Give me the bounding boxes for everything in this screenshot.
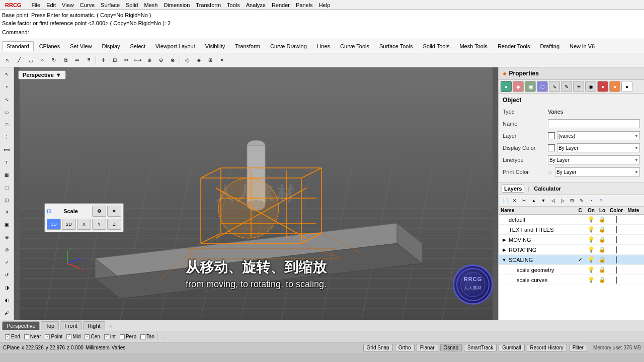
left-light[interactable]: ☀ — [1, 206, 13, 218]
layer-row-default[interactable]: default 💡 🔒 — [499, 215, 644, 225]
menu-help[interactable]: Help — [316, 1, 334, 9]
left-mesh[interactable]: ⋮ — [1, 131, 13, 143]
layer-color-text-titles[interactable] — [608, 227, 625, 233]
menu-view[interactable]: View — [59, 1, 77, 9]
tool-rotate[interactable]: ↻ — [48, 55, 59, 66]
layer-tool-edit[interactable]: ✎ — [577, 196, 586, 205]
left-history[interactable]: ↺ — [1, 269, 13, 281]
left-point[interactable]: • — [1, 81, 13, 93]
layer-row-text-titles[interactable]: TEXT and TITLES 💡 🔒 — [499, 225, 644, 235]
tab-lines[interactable]: Lines — [312, 41, 335, 51]
layer-tool-filter-right[interactable]: ▷ — [558, 196, 567, 205]
tab-transform[interactable]: Transform — [230, 41, 265, 51]
layer-tool-delete[interactable]: ✕ — [510, 196, 519, 205]
tool-move[interactable]: ✛ — [98, 55, 109, 66]
props-tab-camera[interactable]: ◉ — [585, 81, 596, 92]
layer-tool-up[interactable]: ▲ — [529, 196, 538, 205]
prop-name-input[interactable] — [548, 119, 640, 128]
osnap-end-checkbox[interactable]: ✓ — [5, 334, 10, 339]
layer-color-scale-geometry[interactable] — [608, 267, 625, 273]
props-tab-material[interactable]: ◆ — [513, 81, 524, 92]
osnap-btn[interactable]: Osnap — [440, 344, 462, 351]
osnap-mid-checkbox[interactable]: ✓ — [66, 334, 71, 339]
layer-tool-filter-left[interactable]: ◁ — [548, 196, 557, 205]
scale-settings-icon[interactable]: ⚙ — [92, 206, 106, 217]
planar-btn[interactable]: Planar — [417, 344, 438, 351]
viewport[interactable]: x y z Perspective ▼ ⊡ Scale ⚙ ✕ 3D 2D — [14, 67, 498, 320]
left-camera[interactable]: ▣ — [1, 219, 13, 231]
left-dim[interactable]: ⟺ — [1, 144, 13, 156]
osnap-cen-checkbox[interactable]: ✓ — [85, 334, 90, 339]
scale-z-icon[interactable]: Z — [107, 219, 121, 230]
tool-array[interactable]: ⠿ — [83, 55, 94, 66]
menu-solid[interactable]: Solid — [123, 1, 141, 9]
vp-tab-front[interactable]: Front — [60, 321, 82, 330]
layer-row-moving[interactable]: ▶ MOVING 💡 🔒 — [499, 235, 644, 245]
vp-tab-right[interactable]: Right — [83, 321, 105, 330]
vp-tab-top[interactable]: Top — [41, 321, 59, 330]
tab-mesh-tools[interactable]: Mesh Tools — [455, 41, 492, 51]
osnap-point-checkbox[interactable]: ✓ — [45, 334, 50, 339]
tab-drafting[interactable]: Drafting — [536, 41, 565, 51]
tool-boolean[interactable]: ⊗ — [167, 55, 178, 66]
tab-visibility[interactable]: Visibility — [201, 41, 230, 51]
menu-render[interactable]: Render — [269, 1, 293, 9]
props-tab-object[interactable]: ● — [501, 81, 512, 92]
tool-mirror[interactable]: ⇔ — [71, 55, 83, 66]
scale-x-icon[interactable]: X — [77, 219, 91, 230]
left-block[interactable]: ⬚ — [1, 182, 13, 194]
tool-arc[interactable]: ◡ — [25, 55, 36, 66]
tab-setview[interactable]: Set View — [65, 41, 96, 51]
scale-y-icon[interactable]: Y — [92, 219, 106, 230]
tab-solid-tools[interactable]: Solid Tools — [418, 41, 454, 51]
tool-line[interactable]: ╱ — [14, 55, 25, 66]
tab-viewport-layout[interactable]: Viewport Layout — [151, 41, 200, 51]
layers-tab-layers[interactable]: Layers — [502, 185, 524, 193]
layer-color-rotating[interactable] — [608, 247, 625, 253]
layer-expand-moving[interactable]: ▶ — [501, 237, 508, 242]
tool-join[interactable]: ⊕ — [144, 55, 155, 66]
layer-expand-rotating[interactable]: ▶ — [501, 247, 508, 252]
tab-curve-drawing[interactable]: Curve Drawing — [266, 41, 311, 51]
gumball-btn[interactable]: Gumball — [499, 344, 524, 351]
menu-surface[interactable]: Surface — [98, 1, 123, 9]
left-check[interactable]: ✓ — [1, 256, 13, 268]
props-tab-light[interactable]: ☀ — [573, 81, 584, 92]
left-analyze[interactable]: ⊘ — [1, 244, 13, 256]
scale-3d-icon[interactable]: 3D — [47, 219, 61, 230]
tool-render[interactable]: ◈ — [193, 55, 204, 66]
layer-color-scaling[interactable] — [608, 257, 625, 263]
tool-circle[interactable]: ○ — [37, 55, 48, 66]
tab-cplanes[interactable]: CPlanes — [35, 41, 65, 51]
tab-display[interactable]: Display — [97, 41, 124, 51]
menu-curve[interactable]: Curve — [77, 1, 98, 9]
left-transform[interactable]: ⊕ — [1, 231, 13, 243]
tab-render-tools[interactable]: Render Tools — [493, 41, 535, 51]
left-solid[interactable]: □ — [1, 119, 13, 131]
tab-standard[interactable]: Standard — [2, 41, 34, 51]
tool-snap[interactable]: ◎ — [182, 55, 193, 66]
record-history-btn[interactable]: Record History — [527, 344, 567, 351]
layer-tool-new[interactable]: 📄 — [501, 196, 510, 205]
tool-light[interactable]: ✦ — [216, 55, 227, 66]
left-render-preview[interactable]: ◐ — [1, 294, 13, 306]
left-paint[interactable]: 🖌 — [1, 307, 13, 319]
tool-arrow[interactable]: ↖ — [2, 55, 13, 66]
props-tab-display[interactable]: ▣ — [525, 81, 536, 92]
tab-new-v6[interactable]: New in V6 — [565, 41, 599, 51]
layer-tool-help[interactable]: ? — [596, 196, 605, 205]
scale-2d-icon[interactable]: 2D — [62, 219, 76, 230]
ortho-btn[interactable]: Ortho — [395, 344, 415, 351]
tool-trim[interactable]: ✂ — [121, 55, 132, 66]
left-hatch[interactable]: ▦ — [1, 169, 13, 181]
props-tab-curve[interactable]: ∿ — [549, 81, 560, 92]
vp-tab-perspective[interactable]: Perspective — [2, 321, 40, 330]
osnap-tan-checkbox[interactable] — [140, 334, 145, 339]
menu-dimension[interactable]: Dimension — [160, 1, 193, 9]
props-tab-red[interactable]: ● — [597, 81, 608, 92]
tab-curve-tools[interactable]: Curve Tools — [336, 41, 374, 51]
menu-analyze[interactable]: Analyze — [243, 1, 269, 9]
menu-tools[interactable]: Tools — [224, 1, 243, 9]
left-select[interactable]: ↖ — [1, 68, 13, 80]
prop-display-color-select[interactable]: By Layer ▼ — [557, 143, 640, 152]
